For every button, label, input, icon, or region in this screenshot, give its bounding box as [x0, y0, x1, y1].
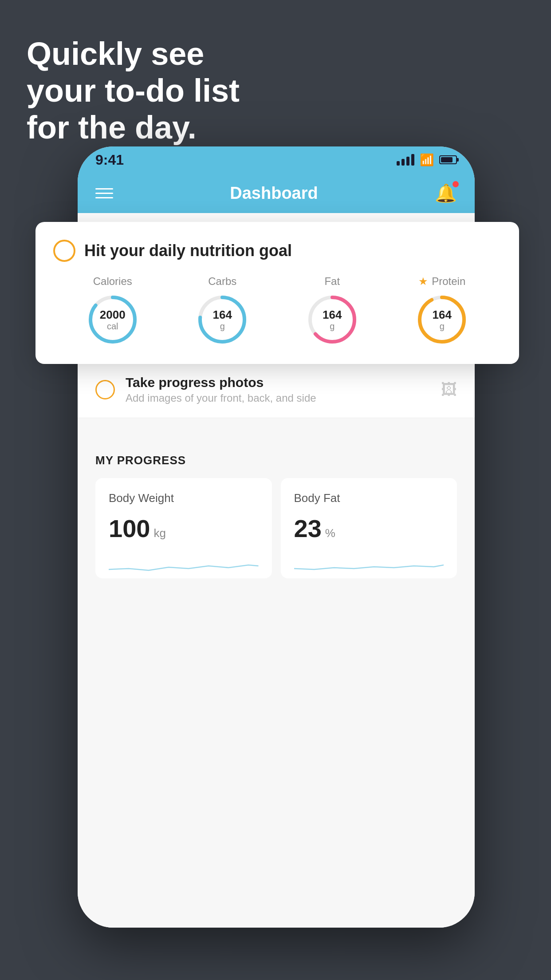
status-bar: 9:41 📶: [78, 146, 475, 173]
status-time: 9:41: [95, 152, 124, 168]
nutrition-checkbox[interactable]: [53, 240, 75, 262]
app-header: Dashboard 🔔: [78, 173, 475, 213]
progress-section: MY PROGRESS Body Weight 100 kg: [78, 436, 475, 596]
photo-icon: 🖼: [441, 380, 457, 399]
calories-unit: cal: [100, 321, 126, 331]
protein-unit: g: [433, 321, 452, 331]
fat-item: Fat 164 g: [306, 275, 359, 346]
headline: Quickly see your to-do list for the day.: [27, 36, 240, 146]
protein-number: 164: [433, 308, 452, 321]
calories-chart: 2000 cal: [86, 293, 139, 346]
fat-number: 164: [323, 308, 342, 321]
notification-dot: [453, 181, 459, 187]
header-title: Dashboard: [230, 184, 318, 203]
progress-cards: Body Weight 100 kg Body Fat 23: [95, 478, 457, 578]
wifi-icon: 📶: [420, 153, 434, 167]
todo-subtitle-photos: Add images of your front, back, and side: [126, 392, 430, 404]
body-fat-card[interactable]: Body Fat 23 %: [281, 478, 457, 578]
calories-label: Calories: [93, 275, 132, 288]
fat-label: Fat: [324, 275, 340, 288]
carbs-item: Carbs 164 g: [196, 275, 249, 346]
protein-label: ★ Protein: [418, 275, 465, 288]
star-icon: ★: [418, 275, 428, 288]
body-weight-card-title: Body Weight: [109, 491, 259, 505]
body-fat-number: 23: [294, 514, 322, 543]
fat-value-text: 164 g: [323, 308, 342, 331]
carbs-value-text: 164 g: [213, 308, 232, 331]
carbs-label: Carbs: [208, 275, 236, 288]
progress-section-title: MY PROGRESS: [95, 454, 457, 467]
notification-bell-icon[interactable]: 🔔: [435, 183, 457, 204]
body-fat-card-title: Body Fat: [294, 491, 444, 505]
protein-chart: 164 g: [415, 293, 468, 346]
carbs-chart: 164 g: [196, 293, 249, 346]
fat-chart: 164 g: [306, 293, 359, 346]
nutrition-card: Hit your daily nutrition goal Calories 2…: [35, 222, 519, 364]
nutrition-circles: Calories 2000 cal Carbs: [53, 275, 501, 346]
body-fat-chart: [294, 552, 444, 578]
calories-number: 2000: [100, 308, 126, 321]
status-icons: 📶: [397, 153, 457, 167]
todo-title-photos: Take progress photos: [126, 375, 430, 390]
todo-text-photos: Take progress photos Add images of your …: [126, 375, 430, 404]
fat-unit: g: [323, 321, 342, 331]
body-fat-unit: %: [325, 526, 335, 540]
body-weight-card[interactable]: Body Weight 100 kg: [95, 478, 272, 578]
todo-checkbox-photos[interactable]: [95, 380, 115, 399]
calories-value-text: 2000 cal: [100, 308, 126, 331]
protein-item: ★ Protein 164 g: [415, 275, 468, 346]
list-item[interactable]: Take progress photos Add images of your …: [78, 362, 475, 418]
body-weight-number: 100: [109, 514, 150, 543]
body-weight-unit: kg: [153, 526, 165, 540]
body-fat-value-row: 23 %: [294, 514, 444, 543]
signal-icon: [397, 154, 414, 166]
carbs-number: 164: [213, 308, 232, 321]
battery-icon: [439, 155, 457, 164]
menu-button[interactable]: [95, 188, 113, 198]
nutrition-card-title: Hit your daily nutrition goal: [84, 241, 292, 260]
carbs-unit: g: [213, 321, 232, 331]
body-weight-chart: [109, 552, 259, 578]
calories-item: Calories 2000 cal: [86, 275, 139, 346]
card-title-row: Hit your daily nutrition goal: [53, 240, 501, 262]
protein-value-text: 164 g: [433, 308, 452, 331]
body-weight-value-row: 100 kg: [109, 514, 259, 543]
